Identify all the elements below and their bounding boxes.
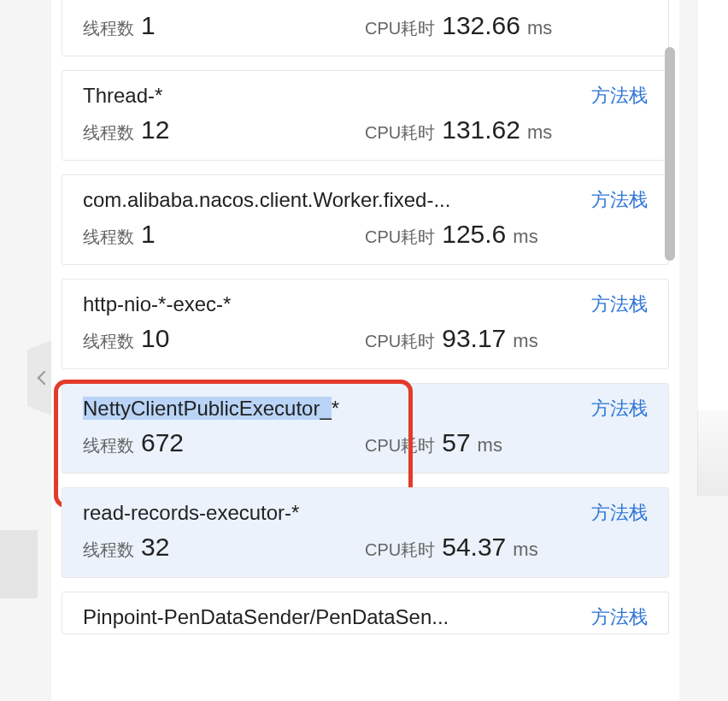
thread-count-label: 线程数 — [83, 539, 134, 562]
thread-name: NettyClientPublicExecutor_* — [83, 397, 339, 421]
method-stack-link[interactable]: 方法栈 — [591, 187, 648, 213]
cpu-time-value: 57 — [442, 428, 470, 457]
thread-count-label: 线程数 — [83, 434, 134, 457]
cpu-time-label: CPU耗时 — [365, 226, 435, 249]
thread-count-value: 1 — [141, 11, 156, 40]
cpu-time-unit: ms — [513, 330, 537, 352]
thread-count-value: 32 — [141, 533, 169, 562]
chevron-left-icon — [38, 371, 52, 386]
method-stack-link[interactable]: 方法栈 — [591, 292, 648, 317]
thread-count-value: 1 — [141, 220, 156, 249]
cpu-time-unit: ms — [478, 434, 502, 457]
thread-count-value: 12 — [141, 115, 169, 144]
left-edge-block — [0, 530, 38, 598]
thread-count-value: 672 — [141, 428, 184, 457]
cpu-time-value: 132.66 — [442, 11, 520, 40]
method-stack-link[interactable]: 方法栈 — [591, 396, 648, 421]
thread-list-panel: 方法栈 线程数 1 CPU耗时 132.66 ms Thread-* 方法栈 线… — [51, 0, 679, 701]
cpu-time-label: CPU耗时 — [365, 539, 435, 562]
cpu-time-unit: ms — [513, 226, 537, 248]
cpu-time-unit: ms — [527, 121, 552, 144]
thread-count-value: 10 — [141, 324, 169, 353]
thread-name: read-records-executor-* — [83, 501, 299, 525]
method-stack-link[interactable]: 方法栈 — [591, 500, 648, 526]
cpu-time-value: 93.17 — [442, 324, 506, 353]
thread-card[interactable]: http-nio-*-exec-* 方法栈 线程数 10 CPU耗时 93.17… — [62, 279, 669, 369]
thread-card[interactable]: Pinpoint-PenDataSender/PenDataSen... 方法栈 — [62, 592, 669, 634]
cpu-time-unit: ms — [513, 539, 537, 561]
cpu-time-value: 54.37 — [442, 533, 506, 562]
thread-card[interactable]: 方法栈 线程数 1 CPU耗时 132.66 ms — [62, 0, 669, 56]
thread-count-label: 线程数 — [83, 330, 134, 353]
thread-card[interactable]: read-records-executor-* 方法栈 线程数 32 CPU耗时… — [62, 487, 669, 578]
thread-name: http-nio-*-exec-* — [83, 292, 231, 316]
cpu-time-label: CPU耗时 — [365, 330, 435, 353]
method-stack-link[interactable]: 方法栈 — [591, 0, 648, 4]
cpu-time-label: CPU耗时 — [365, 434, 435, 457]
cpu-time-unit: ms — [527, 17, 552, 39]
thread-name: Pinpoint-PenDataSender/PenDataSen... — [83, 605, 449, 629]
cpu-time-value: 131.62 — [442, 115, 520, 144]
right-panel-shadow — [697, 410, 728, 496]
thread-card[interactable]: NettyClientPublicExecutor_* 方法栈 线程数 672 … — [62, 383, 669, 474]
thread-count-label: 线程数 — [83, 121, 134, 144]
cpu-time-label: CPU耗时 — [365, 17, 435, 40]
thread-card[interactable]: com.alibaba.nacos.client.Worker.fixed-..… — [62, 174, 669, 265]
method-stack-link[interactable]: 方法栈 — [591, 604, 648, 630]
scrollbar-thumb[interactable] — [665, 47, 675, 261]
thread-name: com.alibaba.nacos.client.Worker.fixed-..… — [83, 188, 450, 212]
cpu-time-label: CPU耗时 — [365, 121, 435, 144]
thread-count-label: 线程数 — [83, 17, 134, 40]
method-stack-link[interactable]: 方法栈 — [591, 83, 648, 109]
thread-card[interactable]: Thread-* 方法栈 线程数 12 CPU耗时 131.62 ms — [62, 70, 669, 161]
thread-count-label: 线程数 — [83, 226, 134, 249]
cpu-time-value: 125.6 — [442, 220, 506, 249]
thread-name: Thread-* — [83, 84, 162, 108]
